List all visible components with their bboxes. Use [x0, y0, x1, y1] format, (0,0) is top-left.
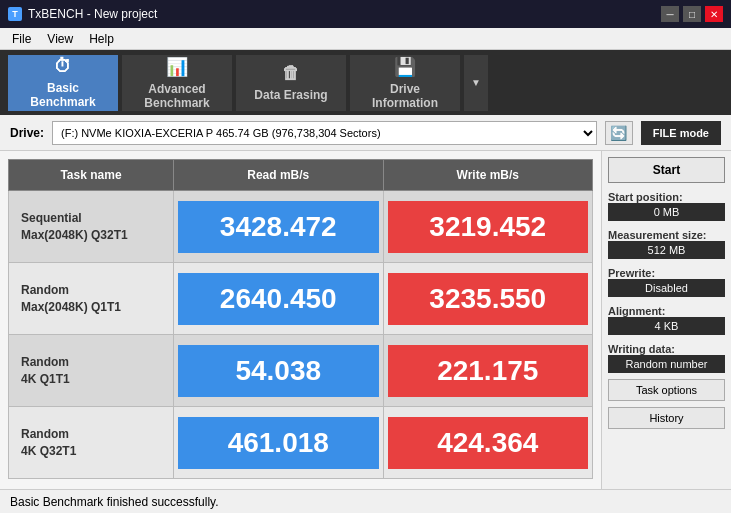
advanced-benchmark-icon: 📊 — [166, 56, 188, 78]
toolbar-advanced-benchmark[interactable]: 📊 AdvancedBenchmark — [122, 55, 232, 111]
write-cell-2: 221.175 — [383, 335, 593, 407]
benchmark-area: Task name Read mB/s Write mB/s Sequentia… — [0, 151, 601, 489]
drive-bar: Drive: (F:) NVMe KIOXIA-EXCERIA P 465.74… — [0, 115, 731, 151]
start-position-label: Start position: — [608, 191, 725, 203]
writing-data-value: Random number — [608, 355, 725, 373]
write-cell-1: 3235.550 — [383, 263, 593, 335]
read-value-2: 54.038 — [178, 345, 379, 397]
history-button[interactable]: History — [608, 407, 725, 429]
basic-benchmark-icon: ⏱ — [54, 56, 72, 77]
drive-refresh-button[interactable]: 🔄 — [605, 121, 633, 145]
col-task-name: Task name — [9, 160, 174, 191]
measurement-size-label: Measurement size: — [608, 229, 725, 241]
prewrite-section: Prewrite: Disabled — [608, 265, 725, 297]
start-position-section: Start position: 0 MB — [608, 189, 725, 221]
menu-bar: File View Help — [0, 28, 731, 50]
col-read: Read mB/s — [174, 160, 384, 191]
drive-select[interactable]: (F:) NVMe KIOXIA-EXCERIA P 465.74 GB (97… — [52, 121, 597, 145]
task-options-button[interactable]: Task options — [608, 379, 725, 401]
start-button[interactable]: Start — [608, 157, 725, 183]
toolbar-basic-benchmark[interactable]: ⏱ BasicBenchmark — [8, 55, 118, 111]
toolbar-dropdown[interactable]: ▼ — [464, 55, 488, 111]
table-row: RandomMax(2048K) Q1T1 2640.450 3235.550 — [9, 263, 593, 335]
table-header-row: Task name Read mB/s Write mB/s — [9, 160, 593, 191]
title-bar-left: T TxBENCH - New project — [8, 7, 157, 21]
read-cell-2: 54.038 — [174, 335, 384, 407]
drive-information-label: DriveInformation — [372, 82, 438, 110]
toolbar-data-erasing[interactable]: 🗑 Data Erasing — [236, 55, 346, 111]
alignment-label: Alignment: — [608, 305, 725, 317]
menu-help[interactable]: Help — [81, 30, 122, 48]
toolbar-drive-information[interactable]: 💾 DriveInformation — [350, 55, 460, 111]
main-content: Task name Read mB/s Write mB/s Sequentia… — [0, 151, 731, 489]
window-title: TxBENCH - New project — [28, 7, 157, 21]
read-cell-3: 461.018 — [174, 407, 384, 479]
prewrite-label: Prewrite: — [608, 267, 725, 279]
advanced-benchmark-label: AdvancedBenchmark — [144, 82, 209, 110]
menu-file[interactable]: File — [4, 30, 39, 48]
drive-label: Drive: — [10, 126, 44, 140]
task-name-3: Random4K Q32T1 — [9, 407, 174, 479]
app-icon: T — [8, 7, 22, 21]
prewrite-value: Disabled — [608, 279, 725, 297]
alignment-section: Alignment: 4 KB — [608, 303, 725, 335]
basic-benchmark-label: BasicBenchmark — [30, 81, 95, 109]
toolbar: ⏱ BasicBenchmark 📊 AdvancedBenchmark 🗑 D… — [0, 50, 731, 115]
status-bar: Basic Benchmark finished successfully. — [0, 489, 731, 513]
right-panel: Start Start position: 0 MB Measurement s… — [601, 151, 731, 489]
status-text: Basic Benchmark finished successfully. — [10, 495, 219, 509]
task-name-2: Random4K Q1T1 — [9, 335, 174, 407]
task-name-1: RandomMax(2048K) Q1T1 — [9, 263, 174, 335]
writing-data-section: Writing data: Random number — [608, 341, 725, 373]
close-button[interactable]: ✕ — [705, 6, 723, 22]
write-value-1: 3235.550 — [388, 273, 589, 325]
start-position-value: 0 MB — [608, 203, 725, 221]
benchmark-table: Task name Read mB/s Write mB/s Sequentia… — [8, 159, 593, 479]
data-erasing-icon: 🗑 — [282, 63, 300, 84]
menu-view[interactable]: View — [39, 30, 81, 48]
file-mode-button[interactable]: FILE mode — [641, 121, 721, 145]
write-value-3: 424.364 — [388, 417, 589, 469]
write-cell-3: 424.364 — [383, 407, 593, 479]
write-value-2: 221.175 — [388, 345, 589, 397]
write-cell-0: 3219.452 — [383, 191, 593, 263]
read-value-1: 2640.450 — [178, 273, 379, 325]
table-row: Random4K Q32T1 461.018 424.364 — [9, 407, 593, 479]
read-value-0: 3428.472 — [178, 201, 379, 253]
write-value-0: 3219.452 — [388, 201, 589, 253]
data-erasing-label: Data Erasing — [254, 88, 327, 102]
writing-data-label: Writing data: — [608, 343, 725, 355]
alignment-value: 4 KB — [608, 317, 725, 335]
title-bar-controls: ─ □ ✕ — [661, 6, 723, 22]
read-cell-1: 2640.450 — [174, 263, 384, 335]
drive-information-icon: 💾 — [394, 56, 416, 78]
col-write: Write mB/s — [383, 160, 593, 191]
table-row: SequentialMax(2048K) Q32T1 3428.472 3219… — [9, 191, 593, 263]
read-cell-0: 3428.472 — [174, 191, 384, 263]
title-bar: T TxBENCH - New project ─ □ ✕ — [0, 0, 731, 28]
maximize-button[interactable]: □ — [683, 6, 701, 22]
minimize-button[interactable]: ─ — [661, 6, 679, 22]
measurement-size-value: 512 MB — [608, 241, 725, 259]
measurement-size-section: Measurement size: 512 MB — [608, 227, 725, 259]
task-name-0: SequentialMax(2048K) Q32T1 — [9, 191, 174, 263]
table-row: Random4K Q1T1 54.038 221.175 — [9, 335, 593, 407]
read-value-3: 461.018 — [178, 417, 379, 469]
